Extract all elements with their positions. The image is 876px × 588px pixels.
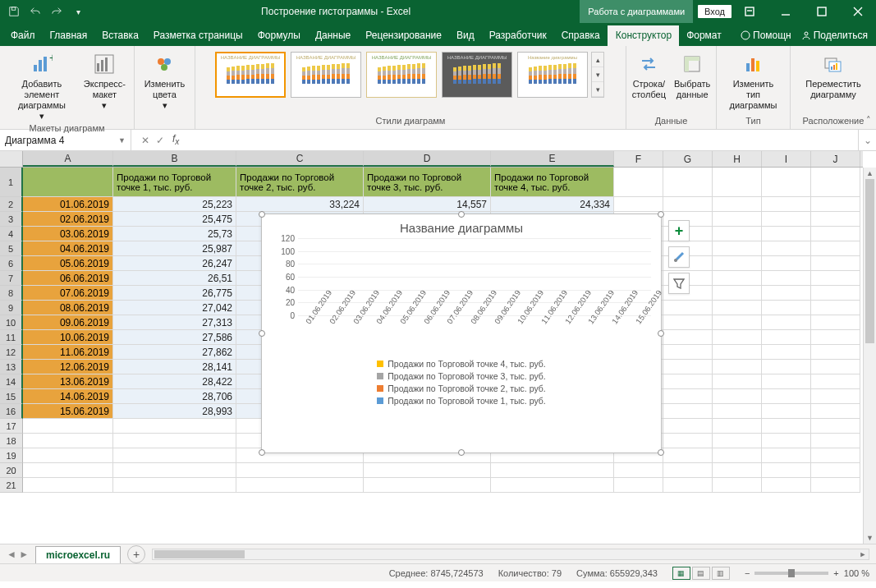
tab-chart-format[interactable]: Формат [679,25,729,46]
cell[interactable] [236,463,364,478]
row-header[interactable]: 16 [0,404,23,419]
cell[interactable] [491,463,614,478]
styles-gallery-scroll[interactable]: ▴▾▾ [591,52,604,98]
row-header[interactable]: 21 [0,478,23,493]
resize-handle[interactable] [458,211,465,218]
cell[interactable]: 14.06.2019 [23,389,113,404]
cell[interactable] [762,168,811,197]
cell[interactable] [713,301,762,315]
switch-row-col-button[interactable]: Строка/ столбец [629,49,669,102]
page-break-view-button[interactable]: ▥ [712,567,730,580]
chart-filters-button[interactable] [668,273,690,294]
cell[interactable] [713,271,762,286]
cell[interactable] [811,256,860,271]
cell[interactable]: 33,224 [236,197,364,212]
vertical-scrollbar[interactable]: ▲ ▼ [863,168,876,544]
cell[interactable] [663,374,713,389]
cell[interactable] [713,448,762,463]
row-header[interactable]: 4 [0,227,23,241]
cell[interactable] [811,374,860,389]
cell[interactable]: 27,862 [113,345,236,360]
cell[interactable] [811,241,860,256]
cell[interactable] [663,419,713,434]
cell[interactable]: 05.06.2019 [23,256,113,271]
formula-input[interactable] [184,130,858,150]
embedded-chart[interactable]: Название диаграммы 020406080100120 01.06… [261,214,662,453]
cell[interactable] [713,330,762,345]
column-header-D[interactable]: D [364,151,491,167]
cell[interactable] [762,478,811,493]
cell[interactable] [663,389,713,404]
resize-handle[interactable] [658,330,664,337]
row-header[interactable]: 9 [0,301,23,315]
cell[interactable]: 27,042 [113,301,236,315]
tab-insert[interactable]: Вставка [94,25,146,46]
add-chart-element-button[interactable]: + Добавить элемент диаграммы ▾ [5,49,79,123]
cell[interactable] [811,478,860,493]
login-button[interactable]: Вход [698,5,732,18]
scroll-down-icon[interactable]: ▼ [864,532,876,544]
cell[interactable] [236,478,364,493]
row-header[interactable]: 10 [0,315,23,330]
chart-title[interactable]: Название диаграммы [262,214,661,238]
tab-chart-design[interactable]: Конструктор [608,25,679,46]
cell[interactable] [614,463,663,478]
chart-style-4[interactable]: НАЗВАНИЕ ДИАГРАММЫ [442,52,512,98]
cell[interactable]: 04.06.2019 [23,241,113,256]
cell[interactable] [663,360,713,374]
column-header-C[interactable]: C [236,151,364,167]
cell[interactable] [762,286,811,301]
cell[interactable] [713,197,762,212]
row-header[interactable]: 1 [0,168,23,197]
cell[interactable] [23,168,113,197]
row-header[interactable]: 8 [0,286,23,301]
cell[interactable] [762,463,811,478]
row-header[interactable]: 15 [0,389,23,404]
cell[interactable] [614,197,663,212]
cell[interactable] [811,419,860,434]
worksheet-grid[interactable]: ABCDEFGHIJ 1Продажи по Торговой точке 1,… [0,151,876,544]
cell[interactable] [713,227,762,241]
cell[interactable] [762,197,811,212]
cell[interactable] [811,271,860,286]
select-all-corner[interactable] [0,151,23,168]
sheet-tab-active[interactable]: microexcel.ru [35,546,121,563]
tab-page-layout[interactable]: Разметка страницы [146,25,250,46]
zoom-level[interactable]: 100 % [844,568,869,578]
chart-legend[interactable]: Продажи по Торговой точке 4, тыс. руб.Пр… [262,359,661,406]
select-data-button[interactable]: Выбрать данные [671,49,713,102]
save-icon[interactable] [5,2,23,21]
cell[interactable] [762,448,811,463]
cell[interactable] [762,404,811,419]
cell[interactable] [762,360,811,374]
cell[interactable] [663,448,713,463]
cell[interactable] [762,345,811,360]
cell[interactable] [713,212,762,227]
cell[interactable] [113,478,236,493]
cell[interactable] [811,168,860,197]
tab-developer[interactable]: Разработчик [482,25,554,46]
zoom-out-button[interactable]: − [745,568,750,578]
cell[interactable] [713,374,762,389]
maximize-icon[interactable] [804,0,840,23]
cell[interactable] [762,256,811,271]
column-header-F[interactable]: F [614,151,663,167]
row-header[interactable]: 20 [0,463,23,478]
cell[interactable]: 28,706 [113,389,236,404]
zoom-slider[interactable] [754,572,828,575]
cell[interactable] [713,360,762,374]
cell[interactable] [811,434,860,448]
cell[interactable] [113,463,236,478]
zoom-control[interactable]: − + 100 % [745,568,869,578]
close-icon[interactable] [840,0,876,23]
cell[interactable] [762,212,811,227]
row-header[interactable]: 13 [0,360,23,374]
row-header[interactable]: 17 [0,419,23,434]
cell[interactable] [713,256,762,271]
cell[interactable] [762,434,811,448]
tell-me-button[interactable]: Помощн [741,30,791,41]
tab-view[interactable]: Вид [449,25,482,46]
row-header[interactable]: 6 [0,256,23,271]
cell[interactable] [663,404,713,419]
cell[interactable]: Продажи по Торговой точке 1, тыс. руб. [113,168,236,197]
